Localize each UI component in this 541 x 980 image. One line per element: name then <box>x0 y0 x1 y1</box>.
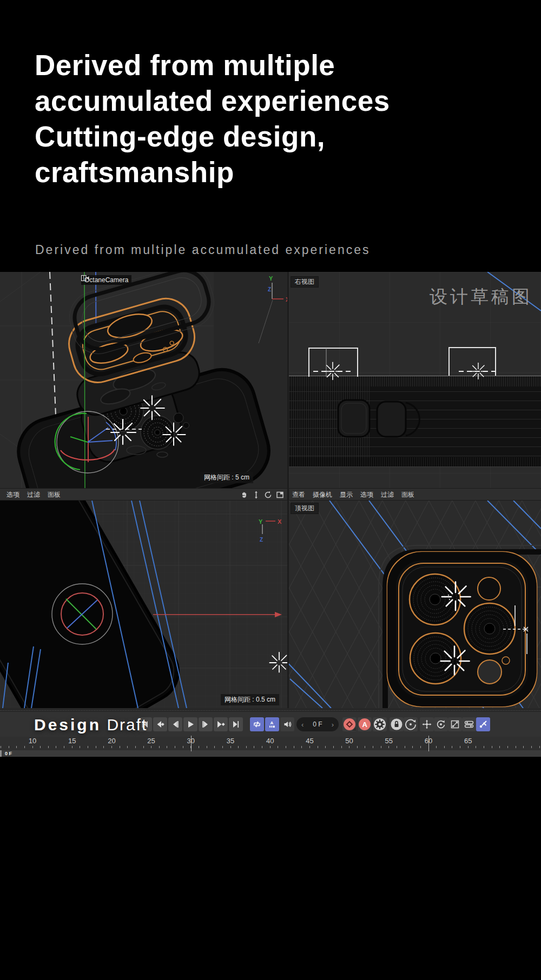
left-viewport-menu: 选项 过滤 面板 <box>6 490 61 500</box>
flash <box>478 577 500 600</box>
viewport-perspective[interactable]: Y Z X OctaneCamera 网格间距 : 5 cm <box>0 272 287 488</box>
next-key-button[interactable] <box>214 717 228 731</box>
camera-lens-2 <box>141 416 174 449</box>
ruler-number: 40 <box>262 737 278 745</box>
point-level-animation-button[interactable] <box>476 717 490 731</box>
record-parameter-button[interactable] <box>462 717 476 731</box>
watermark: 设计草稿图 <box>430 285 532 309</box>
camera-label-text: OctaneCamera <box>84 276 128 284</box>
next-frame-button[interactable] <box>199 717 213 731</box>
ruler-number: 10 <box>24 737 41 745</box>
view-label-right[interactable]: 右视图 <box>291 276 319 288</box>
title-regular: Draft <box>107 716 147 734</box>
frame-value: 0 F <box>313 721 322 728</box>
menu-filter[interactable]: 过滤 <box>27 490 40 499</box>
rotate-view-icon[interactable] <box>264 491 272 499</box>
viewport-right[interactable]: 右视图 设计草稿图 <box>289 272 541 488</box>
viewport-menubar: 选项 过滤 面板 <box>0 488 541 501</box>
perspective-canvas: Y Z X <box>0 272 287 488</box>
page: Derived from multiple accumulated experi… <box>0 0 541 980</box>
right-viewport-menu: 查看 摄像机 显示 选项 过滤 面板 <box>292 490 414 500</box>
frame-bar-label: 0 F <box>5 750 12 757</box>
keyframe-strip[interactable] <box>0 708 541 712</box>
menu-camera[interactable]: 摄像机 <box>313 490 332 499</box>
record-rotation-ring-button[interactable] <box>404 717 418 731</box>
lens-3 <box>464 603 515 654</box>
viewport-top[interactable]: 顶视图 <box>289 501 541 708</box>
menu-display[interactable]: 显示 <box>340 490 353 499</box>
title-line-1: Derived from multiple <box>35 48 390 83</box>
subtitle: Derived from multiple accumulated experi… <box>35 243 371 257</box>
frame-increment[interactable]: › <box>332 721 334 729</box>
ruler-number: 20 <box>103 737 120 745</box>
octane-camera-label[interactable]: OctaneCamera <box>81 275 131 285</box>
play-button[interactable] <box>183 717 197 731</box>
grid-spacing-label: 网格间距 : 0.5 cm <box>221 694 279 705</box>
view-label-top[interactable]: 顶视图 <box>291 503 319 514</box>
current-frame-field[interactable]: ‹ 0 F › <box>296 717 339 731</box>
menu-view[interactable]: 查看 <box>292 490 305 499</box>
camera-icon <box>81 275 89 281</box>
pan-hand-icon[interactable] <box>240 491 248 499</box>
sound-button[interactable] <box>280 717 294 731</box>
ruler-number: 15 <box>64 737 80 745</box>
green-axis-line <box>84 272 85 488</box>
svg-text:A: A <box>362 721 368 729</box>
menu-filter[interactable]: 过滤 <box>381 490 394 499</box>
keyframe-settings-button[interactable] <box>373 717 387 731</box>
major-tick <box>191 736 192 751</box>
record-scale-button[interactable] <box>448 717 462 731</box>
frame-decrement[interactable]: ‹ <box>301 721 304 729</box>
previous-key-button[interactable] <box>153 717 167 731</box>
major-tick <box>428 736 429 751</box>
front-view-canvas: Y X Z <box>0 501 287 708</box>
axis-label-z: Z <box>260 537 263 543</box>
svg-text:A: A <box>270 721 274 725</box>
axis-label-x: X <box>278 518 282 525</box>
axis-target-gizmo[interactable] <box>52 584 113 644</box>
menu-options[interactable]: 选项 <box>360 490 373 499</box>
ruler-number: 25 <box>143 737 160 745</box>
lidar-sensor <box>478 660 502 684</box>
ruler-number: 65 <box>460 737 476 745</box>
c4d-workspace: Y Z X OctaneCamera 网格间距 : 5 cm <box>0 272 541 757</box>
grid-spacing-label: 网格间距 : 5 cm <box>200 472 253 483</box>
lens-2 <box>410 633 461 684</box>
timeline: Design Draft <box>0 708 541 757</box>
axis-label-y: Y <box>259 518 263 525</box>
viewport-front[interactable]: Y X Z 网格间距 : 0.5 cm <box>0 501 287 708</box>
timeline-frame-bar[interactable]: 0 F <box>0 750 541 757</box>
menu-panel[interactable]: 面板 <box>401 490 414 499</box>
zoom-icon[interactable] <box>252 491 260 499</box>
page-title: Derived from multiple accumulated experi… <box>35 48 390 190</box>
maximize-viewport-icon[interactable] <box>276 491 284 499</box>
previous-frame-button[interactable] <box>168 717 182 731</box>
viewport-nav-icons <box>240 491 284 499</box>
timeline-ticks[interactable] <box>0 745 541 750</box>
ruler-number: 50 <box>341 737 358 745</box>
ruler-number: 45 <box>301 737 318 745</box>
title-line-4: craftsmanship <box>35 155 390 190</box>
goto-end-button[interactable] <box>229 717 243 731</box>
keyframe-selection-button[interactable] <box>390 717 404 731</box>
title-line-2: accumulated experiences <box>35 83 390 119</box>
title-bold: Design <box>34 716 101 734</box>
microphone <box>502 657 510 664</box>
autokeying-button[interactable]: A <box>358 717 372 731</box>
axis-label-y: Y <box>269 275 273 282</box>
timeline-ruler-numbers[interactable]: 101520253035404550556065 <box>0 737 541 745</box>
title-line-3: Cutting-edge design, <box>35 119 390 155</box>
top-view-canvas <box>289 501 541 708</box>
axis-label-z: Z <box>268 286 271 292</box>
ruler-number: 35 <box>222 737 239 745</box>
record-position-button[interactable] <box>420 717 434 731</box>
loop-playback-button[interactable] <box>250 717 264 731</box>
record-rotation-button[interactable] <box>434 717 448 731</box>
menu-panel[interactable]: 面板 <box>48 490 61 499</box>
ruler-number: 55 <box>381 737 397 745</box>
phone-side-profile <box>289 376 541 467</box>
frame-bar-tick <box>0 750 2 757</box>
record-keyframe-button[interactable] <box>342 717 357 731</box>
autokey-range-button[interactable]: A <box>265 717 279 731</box>
menu-options[interactable]: 选项 <box>6 490 19 499</box>
